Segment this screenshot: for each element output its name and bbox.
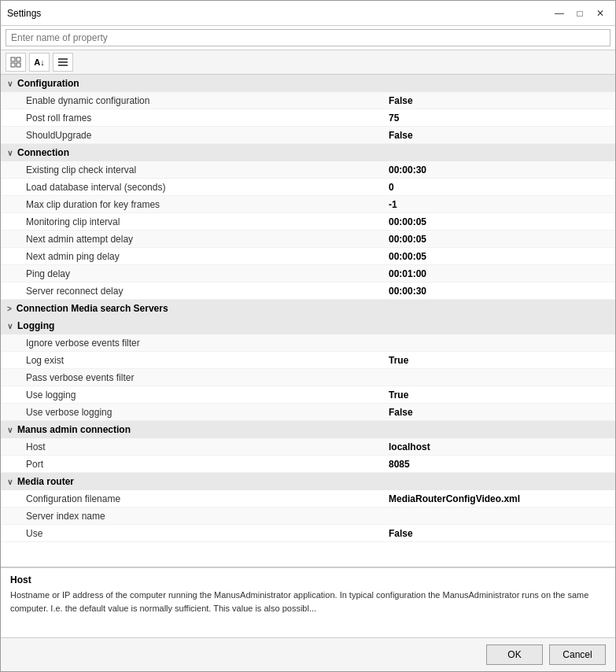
footer: OK Cancel <box>1 637 615 671</box>
property-value: 00:01:00 <box>389 268 609 279</box>
property-name: Log exist <box>26 355 389 366</box>
property-name: Existing clip check interval <box>26 164 389 175</box>
property-name: Ignore verbose events filter <box>26 338 389 349</box>
svg-rect-6 <box>58 65 68 66</box>
section-header-manus-admin[interactable]: ∨Manus admin connection <box>1 421 615 438</box>
svg-rect-4 <box>58 58 68 60</box>
property-value: True <box>389 390 609 401</box>
svg-rect-3 <box>17 63 20 67</box>
title-bar: Settings — □ ✕ <box>1 1 615 26</box>
close-button[interactable]: ✕ <box>592 6 609 21</box>
section-label-logging: Logging <box>17 320 54 331</box>
toolbar: A↓ <box>1 50 615 75</box>
table-row[interactable]: Port8085 <box>1 456 615 473</box>
property-name: Server index name <box>26 511 389 522</box>
property-name: Next admin ping delay <box>26 251 389 262</box>
property-value: False <box>389 407 609 418</box>
table-row[interactable]: Configuration filenameMediaRouterConfigV… <box>1 490 615 508</box>
table-row[interactable]: UseFalse <box>1 525 615 542</box>
property-name: Port <box>26 459 389 470</box>
table-row[interactable]: Ping delay00:01:00 <box>1 265 615 282</box>
table-row[interactable]: Hostlocalhost <box>1 438 615 456</box>
property-name: Post roll frames <box>26 113 389 124</box>
property-name: Server reconnect delay <box>26 286 389 297</box>
property-name: Host <box>26 441 389 452</box>
chevron-icon-logging: ∨ <box>7 322 13 330</box>
property-value: -1 <box>389 199 609 210</box>
table-row[interactable]: Pass verbose events filter <box>1 369 615 386</box>
info-panel-text: Hostname or IP address of the computer r… <box>10 589 606 615</box>
property-name: Use logging <box>26 390 389 401</box>
property-value: 00:00:05 <box>389 216 609 227</box>
table-row[interactable]: Next admin attempt delay00:00:05 <box>1 231 615 248</box>
grid-icon <box>10 57 21 68</box>
table-row[interactable]: Use loggingTrue <box>1 386 615 404</box>
property-value: localhost <box>389 441 609 452</box>
property-name: Use verbose logging <box>26 407 389 418</box>
table-row[interactable]: Use verbose loggingFalse <box>1 404 615 421</box>
svg-rect-1 <box>17 57 20 61</box>
table-row[interactable]: Post roll frames75 <box>1 109 615 127</box>
chevron-icon-configuration: ∨ <box>7 79 13 88</box>
window-controls: — □ ✕ <box>551 6 609 21</box>
search-input[interactable] <box>6 29 610 46</box>
section-label-connection-media: Connection Media search Servers <box>17 303 168 314</box>
ok-button[interactable]: OK <box>486 644 543 665</box>
section-header-connection-media[interactable]: >Connection Media search Servers <box>1 300 615 317</box>
svg-rect-2 <box>11 63 15 67</box>
table-row[interactable]: Server reconnect delay00:00:30 <box>1 282 615 300</box>
maximize-button[interactable]: □ <box>571 6 588 21</box>
section-label-connection: Connection <box>17 147 69 158</box>
property-value: 8085 <box>389 459 609 470</box>
property-value: 0 <box>389 182 609 193</box>
toolbar-list-button[interactable] <box>53 53 73 72</box>
property-value: 00:00:30 <box>389 286 609 297</box>
property-name: Enable dynamic configuration <box>26 95 389 106</box>
svg-rect-5 <box>58 61 68 63</box>
property-name: Use <box>26 528 389 539</box>
property-name: Next admin attempt delay <box>26 234 389 245</box>
property-value: False <box>389 528 609 539</box>
section-header-media-router[interactable]: ∨Media router <box>1 473 615 490</box>
sort-icon: A↓ <box>34 57 44 67</box>
toolbar-sort-button[interactable]: A↓ <box>29 53 50 72</box>
table-row[interactable]: Monitoring clip interval00:00:05 <box>1 213 615 231</box>
property-name: Pass verbose events filter <box>26 372 389 383</box>
property-value: 75 <box>389 113 609 124</box>
info-panel: Host Hostname or IP address of the compu… <box>1 567 615 637</box>
property-name: Load database interval (seconds) <box>26 182 389 193</box>
section-header-connection[interactable]: ∨Connection <box>1 144 615 161</box>
table-row[interactable]: Ignore verbose events filter <box>1 334 615 352</box>
property-value: 00:00:05 <box>389 251 609 262</box>
table-row[interactable]: ShouldUpgradeFalse <box>1 127 615 144</box>
property-value: True <box>389 355 609 366</box>
window-title: Settings <box>7 8 41 19</box>
minimize-button[interactable]: — <box>551 6 568 21</box>
property-value: 00:00:05 <box>389 234 609 245</box>
section-label-manus-admin: Manus admin connection <box>17 424 131 435</box>
chevron-icon-media-router: ∨ <box>7 478 13 486</box>
toolbar-grid-button[interactable] <box>6 53 26 72</box>
property-value: 00:00:30 <box>389 164 609 175</box>
settings-window: Settings — □ ✕ A↓ <box>0 0 616 672</box>
chevron-icon-connection: ∨ <box>7 149 13 157</box>
table-row[interactable]: Existing clip check interval00:00:30 <box>1 161 615 179</box>
property-name: Max clip duration for key frames <box>26 199 389 210</box>
property-value: False <box>389 95 609 106</box>
property-name: Ping delay <box>26 268 389 279</box>
section-label-media-router: Media router <box>17 476 74 487</box>
cancel-button[interactable]: Cancel <box>549 644 606 665</box>
table-row[interactable]: Max clip duration for key frames-1 <box>1 196 615 213</box>
table-row[interactable]: Log existTrue <box>1 352 615 369</box>
section-header-logging[interactable]: ∨Logging <box>1 317 615 334</box>
table-row[interactable]: Load database interval (seconds)0 <box>1 179 615 196</box>
property-value: False <box>389 130 609 141</box>
content-area[interactable]: ∨ConfigurationEnable dynamic configurati… <box>1 75 615 567</box>
chevron-icon-manus-admin: ∨ <box>7 426 13 434</box>
info-panel-title: Host <box>10 574 606 585</box>
table-row[interactable]: Next admin ping delay00:00:05 <box>1 248 615 265</box>
table-row[interactable]: Enable dynamic configurationFalse <box>1 92 615 109</box>
table-row[interactable]: Server index name <box>1 508 615 525</box>
section-header-configuration[interactable]: ∨Configuration <box>1 75 615 92</box>
property-value: MediaRouterConfigVideo.xml <box>389 493 609 504</box>
